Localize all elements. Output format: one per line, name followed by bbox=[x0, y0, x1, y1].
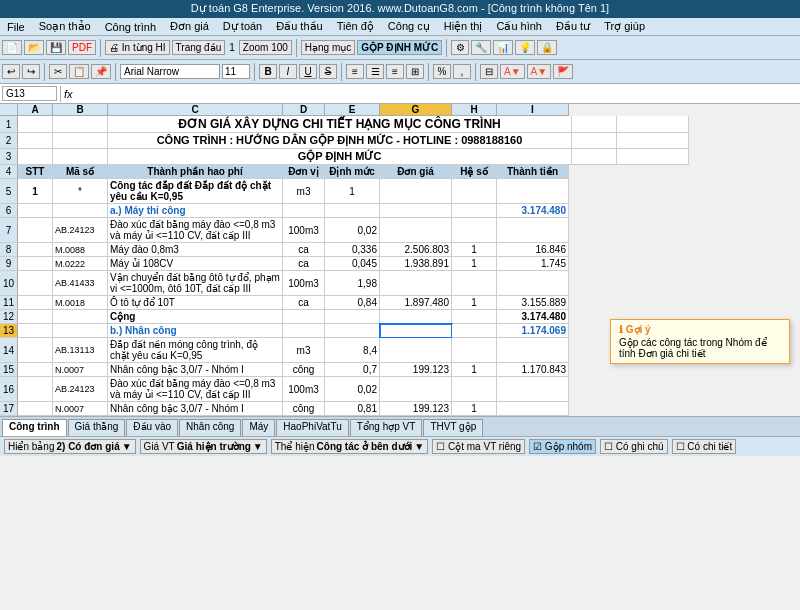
align-right-btn[interactable]: ≡ bbox=[386, 64, 404, 79]
font-name-input[interactable]: Arial Narrow bbox=[120, 64, 220, 79]
cell-16-ma[interactable]: AB.24123 bbox=[53, 377, 108, 402]
cell-8-dongia[interactable]: 2.506.803 bbox=[380, 243, 452, 257]
pdf-btn[interactable]: PDF bbox=[68, 40, 96, 55]
status-cochitiet[interactable]: ☐ Có chi tiết bbox=[672, 439, 737, 454]
cell-10-donvi[interactable]: 100m3 bbox=[283, 271, 325, 296]
cell-17-ten[interactable]: Nhân công bậc 3,0/7 - Nhóm I bbox=[108, 402, 283, 416]
cell-4-ma[interactable]: Mã số bbox=[53, 165, 108, 179]
cell-14-ten[interactable]: Đắp đất nền móng công trình, độ chặt yêu… bbox=[108, 338, 283, 363]
cell-17-stt[interactable] bbox=[18, 402, 53, 416]
col-header-h[interactable]: H bbox=[452, 104, 497, 116]
cell-5-dongia[interactable] bbox=[380, 179, 452, 204]
status-cotmavt[interactable]: ☐ Cột ma VT riêng bbox=[432, 439, 525, 454]
cell-5-stt[interactable]: 1 bbox=[18, 179, 53, 204]
cell-15-thanhtien[interactable]: 1.170.843 bbox=[497, 363, 569, 377]
status-gopnhom[interactable]: ☑ Gộp nhóm bbox=[529, 439, 596, 454]
cell-5-thanhtien[interactable] bbox=[497, 179, 569, 204]
cell-12-donvi[interactable] bbox=[283, 310, 325, 324]
underline-btn[interactable]: U bbox=[299, 64, 317, 79]
cell-10-ma[interactable]: AB.41433 bbox=[53, 271, 108, 296]
cell-9-ma[interactable]: M.0222 bbox=[53, 257, 108, 271]
cell-11-heso[interactable]: 1 bbox=[452, 296, 497, 310]
cell-12-dinhmuc[interactable] bbox=[325, 310, 380, 324]
paste-btn[interactable]: 📌 bbox=[91, 64, 111, 79]
cell-8-ten[interactable]: Máy đào 0,8m3 bbox=[108, 243, 283, 257]
cell-13-dinhmuc[interactable] bbox=[325, 324, 380, 338]
status-giavt[interactable]: Giá VT Giá hiện trường ▼ bbox=[140, 439, 267, 454]
cell-8-heso[interactable]: 1 bbox=[452, 243, 497, 257]
cell-reference[interactable] bbox=[2, 86, 57, 101]
cell-13-dongia[interactable] bbox=[380, 324, 452, 338]
italic-btn[interactable]: I bbox=[279, 64, 297, 79]
cell-3h[interactable] bbox=[572, 149, 617, 165]
gopdinhmuc-btn[interactable]: GỘP ĐỊNH MỨC bbox=[357, 40, 442, 55]
cell-11-stt[interactable] bbox=[18, 296, 53, 310]
cell-14-ma[interactable]: AB.13113 bbox=[53, 338, 108, 363]
cell-12-ma[interactable] bbox=[53, 310, 108, 324]
cell-9-ten[interactable]: Máy ủi 108CV bbox=[108, 257, 283, 271]
cell-4-thanhtien[interactable]: Thành tiền bbox=[497, 165, 569, 179]
cell-6-dinhmuc[interactable] bbox=[325, 204, 380, 218]
cell-12-heso[interactable] bbox=[452, 310, 497, 324]
cell-10-dinhmuc[interactable]: 1,98 bbox=[325, 271, 380, 296]
flag-btn[interactable]: 🚩 bbox=[553, 64, 573, 79]
cell-16-ten[interactable]: Đào xúc đất bằng máy đào <=0,8 m3 và máy… bbox=[108, 377, 283, 402]
page-btn[interactable]: Trang đầu bbox=[172, 40, 226, 55]
menu-soantao[interactable]: Soạn thảo bbox=[36, 20, 94, 33]
new-btn[interactable]: 📄 bbox=[2, 40, 22, 55]
cell-14-dongia[interactable] bbox=[380, 338, 452, 363]
cell-11-thanhtien[interactable]: 3.155.889 bbox=[497, 296, 569, 310]
menu-cauhinh[interactable]: Cấu hình bbox=[493, 20, 545, 33]
cell-12-ten[interactable]: Cộng bbox=[108, 310, 283, 324]
status-coghichu[interactable]: ☐ Có ghi chú bbox=[600, 439, 668, 454]
cell-3-gop[interactable]: GỘP ĐỊNH MỨC bbox=[108, 149, 572, 165]
cell-14-stt[interactable] bbox=[18, 338, 53, 363]
cell-1b[interactable] bbox=[53, 116, 108, 133]
tab-giathang[interactable]: Giá thằng bbox=[68, 419, 126, 436]
col-header-b[interactable]: B bbox=[53, 104, 108, 116]
cell-11-dongia[interactable]: 1.897.480 bbox=[380, 296, 452, 310]
fontcolor-btn[interactable]: A▼ bbox=[527, 64, 552, 79]
cell-11-ten[interactable]: Ô tô tự đổ 10T bbox=[108, 296, 283, 310]
cell-14-thanhtien[interactable] bbox=[497, 338, 569, 363]
menu-hienthi[interactable]: Hiện thị bbox=[441, 20, 486, 33]
cell-6-ten[interactable]: a.) Máy thi công bbox=[108, 204, 283, 218]
cell-17-ma[interactable]: N.0007 bbox=[53, 402, 108, 416]
menu-dongia[interactable]: Đơn giá bbox=[167, 20, 212, 33]
cell-4-donvi[interactable]: Đơn vị bbox=[283, 165, 325, 179]
cell-6-donvi[interactable] bbox=[283, 204, 325, 218]
merge-btn[interactable]: ⊞ bbox=[406, 64, 424, 79]
cell-7-ma[interactable]: AB.24123 bbox=[53, 218, 108, 243]
cell-7-ten[interactable]: Đào xúc đất bằng máy đào <=0,8 m3 và máy… bbox=[108, 218, 283, 243]
cell-14-dinhmuc[interactable]: 8,4 bbox=[325, 338, 380, 363]
cell-5-dinhmuc[interactable]: 1 bbox=[325, 179, 380, 204]
col-header-g[interactable]: G bbox=[380, 104, 452, 116]
cell-1i[interactable] bbox=[617, 116, 689, 133]
cell-9-dongia[interactable]: 1.938.891 bbox=[380, 257, 452, 271]
cell-8-dinhmuc[interactable]: 0,336 bbox=[325, 243, 380, 257]
hangmuc-btn[interactable]: Hạng mục bbox=[301, 40, 355, 55]
cell-10-heso[interactable] bbox=[452, 271, 497, 296]
cell-15-heso[interactable]: 1 bbox=[452, 363, 497, 377]
cell-4-ten[interactable]: Thành phần hao phí bbox=[108, 165, 283, 179]
cell-13-thanhtien[interactable]: 1.174.069 bbox=[497, 324, 569, 338]
cell-7-dongia[interactable] bbox=[380, 218, 452, 243]
cell-11-ma[interactable]: M.0018 bbox=[53, 296, 108, 310]
cell-6-thanhtien[interactable]: 3.174.480 bbox=[497, 204, 569, 218]
cell-5-ten[interactable]: Công tác đắp đất Đắp đất độ chặt yêu cầu… bbox=[108, 179, 283, 204]
undo-btn[interactable]: ↩ bbox=[2, 64, 20, 79]
cell-9-thanhtien[interactable]: 1.745 bbox=[497, 257, 569, 271]
cell-1-title[interactable]: ĐƠN GIÁ XÂY DỰNG CHI TIẾT HẠNG MỤC CÔNG … bbox=[108, 116, 572, 133]
cell-9-donvi[interactable]: ca bbox=[283, 257, 325, 271]
status-thehien[interactable]: Thể hiện Công tác ở bên dưới ▼ bbox=[271, 439, 428, 454]
menu-congcu[interactable]: Công cụ bbox=[385, 20, 433, 33]
cell-7-thanhtien[interactable] bbox=[497, 218, 569, 243]
copy-btn[interactable]: 📋 bbox=[69, 64, 89, 79]
print-btn[interactable]: 🖨 In từng HI bbox=[105, 40, 170, 55]
cell-16-heso[interactable] bbox=[452, 377, 497, 402]
menu-congtrinh[interactable]: Công trình bbox=[102, 21, 159, 33]
cell-15-ten[interactable]: Nhân công bậc 3,0/7 - Nhóm I bbox=[108, 363, 283, 377]
cell-9-stt[interactable] bbox=[18, 257, 53, 271]
col-header-e[interactable]: E bbox=[325, 104, 380, 116]
cell-10-thanhtien[interactable] bbox=[497, 271, 569, 296]
